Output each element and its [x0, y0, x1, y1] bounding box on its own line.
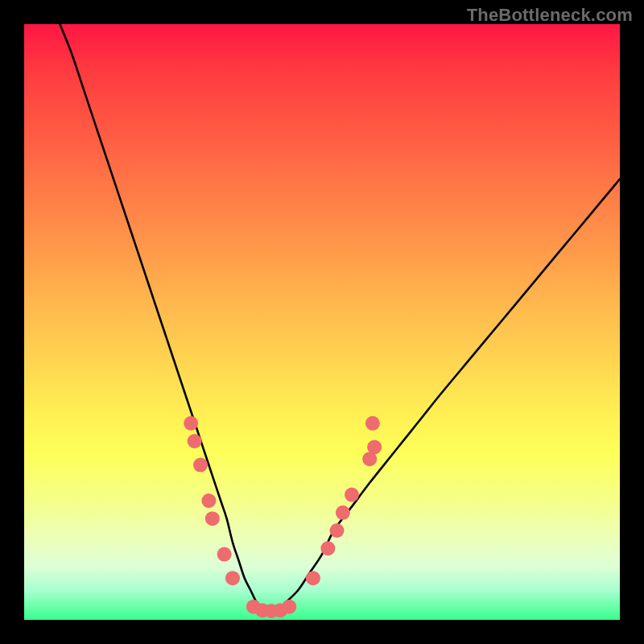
chart-frame: TheBottleneck.com: [0, 0, 644, 644]
gradient-plot-background: [24, 24, 620, 620]
watermark-label: TheBottleneck.com: [467, 5, 633, 26]
